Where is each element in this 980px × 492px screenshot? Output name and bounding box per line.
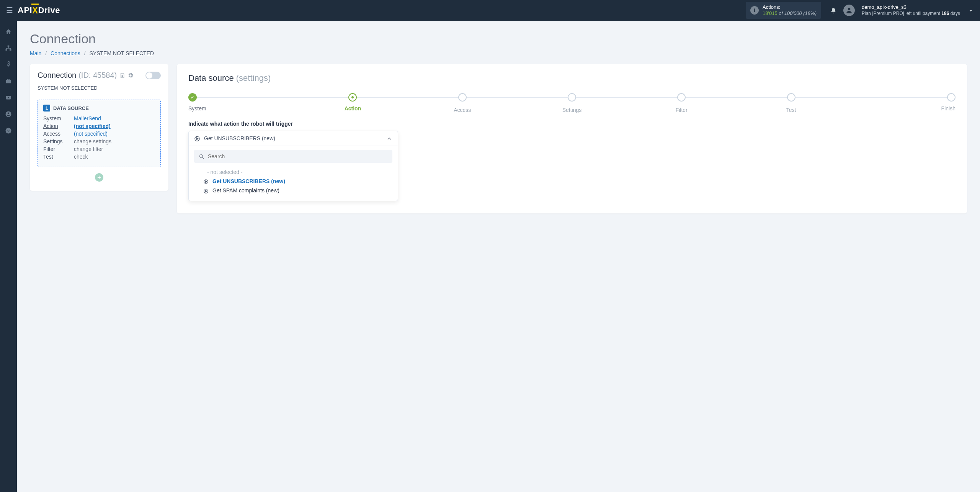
option-label: Get SPAM complaints (new) bbox=[212, 187, 279, 194]
briefcase-icon[interactable] bbox=[5, 77, 12, 85]
step-system[interactable]: ✓System bbox=[188, 93, 298, 112]
connection-subtitle: SYSTEM NOT SELECTED bbox=[38, 85, 161, 94]
home-icon[interactable] bbox=[5, 28, 12, 36]
row-settings-value[interactable]: change settings bbox=[74, 138, 111, 144]
actions-of: of bbox=[777, 10, 784, 16]
row-settings-key: Settings bbox=[43, 138, 74, 144]
search-input[interactable] bbox=[208, 153, 388, 159]
row-access-value[interactable]: (not specified) bbox=[74, 131, 108, 137]
actions-total: 100'000 bbox=[784, 10, 802, 16]
content: Connection Main / Connections / SYSTEM N… bbox=[17, 21, 980, 492]
search-box[interactable] bbox=[194, 150, 392, 163]
step-test: Test bbox=[736, 93, 846, 113]
prompt-label: Indicate what action the robot will trig… bbox=[188, 121, 956, 127]
connection-title: Connection bbox=[38, 71, 76, 80]
menu-toggle[interactable]: ☰ bbox=[6, 6, 13, 15]
step-finish: Finish bbox=[846, 93, 956, 112]
plan-mid: | left until payment bbox=[903, 11, 942, 16]
data-source-card: Data source (settings) ✓System Action Ac… bbox=[177, 64, 967, 213]
action-select: Get UNSUBSCRIBERS (new) - not selected - bbox=[188, 131, 398, 201]
user-avatar-icon[interactable] bbox=[843, 5, 855, 16]
plan-suffix: days bbox=[949, 11, 960, 16]
breadcrumb: Main / Connections / SYSTEM NOT SELECTED bbox=[30, 50, 967, 56]
actions-box[interactable]: i Actions: 18'015 of 100'000 (18%) bbox=[746, 2, 821, 18]
play-icon bbox=[203, 178, 209, 184]
youtube-icon[interactable] bbox=[5, 93, 12, 102]
actions-text: Actions: 18'015 of 100'000 (18%) bbox=[763, 4, 817, 16]
data-source-card-title: Data source bbox=[188, 73, 234, 83]
svg-point-6 bbox=[8, 113, 10, 115]
actions-percent: (18%) bbox=[802, 10, 817, 16]
row-filter-key: Filter bbox=[43, 146, 74, 152]
enable-toggle[interactable] bbox=[145, 72, 161, 79]
svg-rect-3 bbox=[10, 49, 11, 51]
action-select-header[interactable]: Get UNSUBSCRIBERS (new) bbox=[189, 131, 398, 146]
step-action[interactable]: Action bbox=[298, 93, 407, 112]
svg-rect-2 bbox=[6, 49, 8, 51]
step-access: Access bbox=[408, 93, 517, 113]
account-icon[interactable] bbox=[5, 110, 12, 118]
info-icon: i bbox=[750, 6, 759, 15]
row-test-key: Test bbox=[43, 154, 74, 160]
option-none[interactable]: - not selected - bbox=[203, 167, 392, 177]
breadcrumb-main[interactable]: Main bbox=[30, 50, 41, 56]
action-select-value: Get UNSUBSCRIBERS (new) bbox=[204, 135, 386, 141]
row-system-value[interactable]: MailerSend bbox=[74, 115, 101, 121]
option-unsubscribers[interactable]: Get UNSUBSCRIBERS (new) bbox=[203, 177, 392, 186]
user-info: demo_apix-drive_s3 Plan |Premium PRO| le… bbox=[862, 4, 960, 16]
row-action-key: Action bbox=[43, 123, 74, 129]
svg-text:?: ? bbox=[7, 129, 10, 133]
sidebar: ? bbox=[0, 21, 17, 492]
sitemap-icon[interactable] bbox=[5, 44, 12, 52]
document-icon[interactable] bbox=[119, 72, 125, 79]
connection-id: (ID: 45584) bbox=[78, 71, 117, 80]
svg-point-10 bbox=[200, 154, 203, 157]
step-filter: Filter bbox=[627, 93, 736, 113]
svg-rect-1 bbox=[8, 46, 10, 47]
add-button[interactable]: + bbox=[95, 173, 103, 182]
data-source-number: 1 bbox=[43, 105, 50, 112]
gear-icon[interactable] bbox=[127, 72, 134, 79]
row-action-value[interactable]: (not specified) bbox=[74, 123, 111, 129]
user-name: demo_apix-drive_s3 bbox=[862, 4, 960, 11]
search-icon bbox=[199, 153, 205, 160]
step-settings: Settings bbox=[517, 93, 627, 113]
data-source-title: DATA SOURCE bbox=[53, 105, 89, 111]
connection-card: Connection (ID: 45584) SYSTEM NOT SELECT… bbox=[30, 64, 168, 191]
play-icon bbox=[203, 187, 209, 194]
option-spam[interactable]: Get SPAM complaints (new) bbox=[203, 186, 392, 195]
actions-label: Actions: bbox=[763, 4, 817, 10]
row-test-value[interactable]: check bbox=[74, 154, 88, 160]
plan-pre: Plan | bbox=[862, 11, 873, 16]
logo-text-pre: API bbox=[18, 5, 32, 15]
steps: ✓System Action Access Settings Filter Te… bbox=[188, 93, 956, 113]
logo-text-post: Drive bbox=[38, 5, 60, 15]
actions-used: 18'015 bbox=[763, 10, 777, 16]
breadcrumb-connections[interactable]: Connections bbox=[51, 50, 80, 56]
row-system-key: System bbox=[43, 115, 74, 121]
billing-icon[interactable] bbox=[5, 61, 12, 69]
topbar: ☰ APIXDrive i Actions: 18'015 of 100'000… bbox=[0, 0, 980, 21]
page-title: Connection bbox=[30, 31, 967, 46]
breadcrumb-current: SYSTEM NOT SELECTED bbox=[90, 50, 154, 56]
option-label: Get UNSUBSCRIBERS (new) bbox=[212, 178, 285, 184]
row-filter-value[interactable]: change filter bbox=[74, 146, 103, 152]
plan-days: 186 bbox=[941, 11, 949, 16]
svg-point-0 bbox=[848, 8, 851, 10]
row-access-key: Access bbox=[43, 131, 74, 137]
user-menu-chevron-icon[interactable] bbox=[968, 7, 974, 14]
bell-icon[interactable] bbox=[830, 7, 836, 14]
data-source-card-subtitle: (settings) bbox=[236, 73, 271, 83]
help-icon[interactable]: ? bbox=[5, 126, 12, 134]
chevron-up-icon bbox=[386, 135, 392, 142]
logo-text-x: X bbox=[32, 5, 38, 16]
data-source-box: 1 DATA SOURCE SystemMailerSend Action(no… bbox=[38, 100, 161, 167]
action-select-dropdown: - not selected - Get UNSUBSCRIBERS (new)… bbox=[189, 146, 398, 201]
logo[interactable]: APIXDrive bbox=[18, 5, 60, 15]
play-icon bbox=[194, 135, 200, 142]
plan-name: Premium PRO bbox=[873, 11, 903, 16]
